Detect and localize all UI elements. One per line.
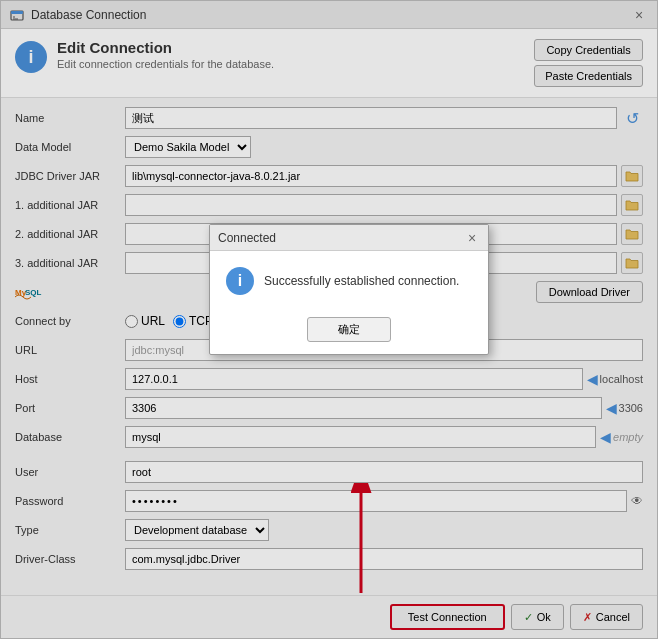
dialog-confirm-button[interactable]: 确定 bbox=[307, 317, 391, 342]
dialog-body: i Successfully established connection. bbox=[210, 251, 488, 311]
dialog-info-icon: i bbox=[226, 267, 254, 295]
dialog-close-button[interactable]: × bbox=[464, 230, 480, 246]
dialog-footer: 确定 bbox=[210, 311, 488, 354]
dialog-title-bar: Connected × bbox=[210, 225, 488, 251]
main-window: Database Connection × i Edit Connection … bbox=[0, 0, 658, 639]
dialog-message: Successfully established connection. bbox=[264, 274, 459, 288]
connected-dialog: Connected × i Successfully established c… bbox=[209, 224, 489, 355]
dialog-title: Connected bbox=[218, 231, 276, 245]
dialog-overlay: Connected × i Successfully established c… bbox=[1, 1, 657, 638]
